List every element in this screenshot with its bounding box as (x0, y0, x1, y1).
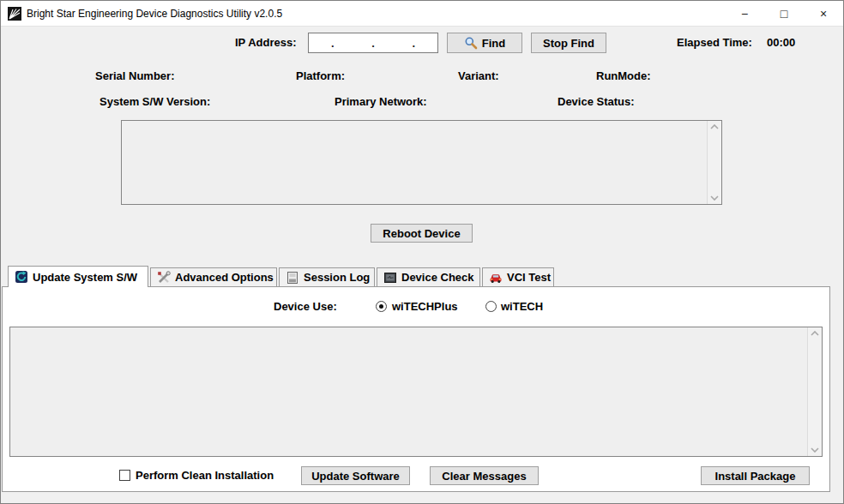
tab-label: Advanced Options (175, 271, 274, 284)
ip-address-label: IP Address: (235, 36, 297, 49)
tab-device-check[interactable]: Device Check (377, 267, 480, 286)
platform-label: Platform: (296, 69, 345, 82)
car-icon (489, 271, 503, 285)
messages-textarea[interactable] (9, 327, 823, 457)
chevron-up-icon (811, 331, 819, 336)
device-status-label: Device Status: (558, 95, 635, 108)
tab-label: VCI Test (507, 271, 551, 284)
update-icon (15, 270, 28, 284)
stop-find-button-label: Stop Find (543, 37, 594, 50)
search-icon (464, 36, 478, 50)
perform-clean-installation-checkbox[interactable] (119, 470, 130, 481)
variant-label: Variant: (458, 69, 499, 82)
find-button[interactable]: Find (447, 33, 522, 53)
elapsed-time-label: Elapsed Time: (677, 36, 752, 49)
messages-scrollbar[interactable] (807, 327, 822, 456)
serial-number-label: Serial Number: (95, 69, 174, 82)
install-package-button[interactable]: Install Package (701, 466, 810, 485)
app-window: Bright Star Engineering Device Diagnosti… (0, 0, 844, 504)
tab-vci-test[interactable]: VCI Test (482, 267, 554, 286)
primary-network-label: Primary Network: (335, 95, 427, 108)
tab-session-log[interactable]: Session Log (279, 267, 375, 286)
radio-witechplus[interactable] (376, 301, 387, 312)
install-package-label: Install Package (715, 470, 796, 483)
device-check-icon (383, 271, 397, 285)
clear-messages-label: Clear Messages (442, 470, 526, 483)
log-icon (286, 271, 299, 285)
maximize-button[interactable]: □ (764, 1, 804, 26)
stop-find-button[interactable]: Stop Find (531, 33, 606, 53)
perform-clean-installation-label[interactable]: Perform Clean Installation (136, 469, 274, 482)
device-output-scrollbar[interactable] (707, 121, 721, 204)
chevron-down-icon (811, 447, 819, 453)
ip-address-input[interactable]: . . . (308, 33, 438, 53)
reboot-device-button[interactable]: Reboot Device (371, 224, 473, 243)
update-software-label: Update Software (311, 470, 400, 483)
title-bar: Bright Star Engineering Device Diagnosti… (1, 1, 843, 27)
clear-messages-button[interactable]: Clear Messages (430, 466, 539, 485)
window-title: Bright Star Engineering Device Diagnosti… (27, 8, 282, 20)
radio-witechplus-label[interactable]: wiTECHPlus (392, 300, 458, 313)
device-use-label: Device Use: (274, 300, 337, 313)
chevron-down-icon (710, 195, 719, 201)
update-software-button[interactable]: Update Software (301, 466, 410, 485)
runmode-label: RunMode: (596, 69, 651, 82)
system-sw-version-label: System S/W Version: (99, 95, 210, 108)
tab-label: Device Check (401, 271, 474, 284)
minimize-button[interactable]: − (725, 1, 764, 26)
app-icon (8, 7, 21, 21)
tab-advanced-options[interactable]: Advanced Options (150, 267, 277, 286)
radio-witech[interactable] (485, 301, 497, 312)
find-button-label: Find (482, 37, 505, 50)
radio-witech-label[interactable]: wiTECH (501, 300, 543, 313)
reboot-device-label: Reboot Device (383, 227, 460, 240)
tools-icon (157, 271, 171, 285)
tab-update-system-sw[interactable]: Update System S/W (8, 266, 148, 287)
elapsed-time-value: 00:00 (767, 36, 795, 49)
chevron-up-icon (710, 124, 719, 129)
tab-label: Session Log (304, 271, 370, 284)
close-button[interactable]: × (804, 1, 843, 26)
device-output-textarea[interactable] (121, 120, 722, 205)
ip-address-value: . . . (331, 37, 415, 50)
tab-label: Update System S/W (33, 271, 137, 284)
